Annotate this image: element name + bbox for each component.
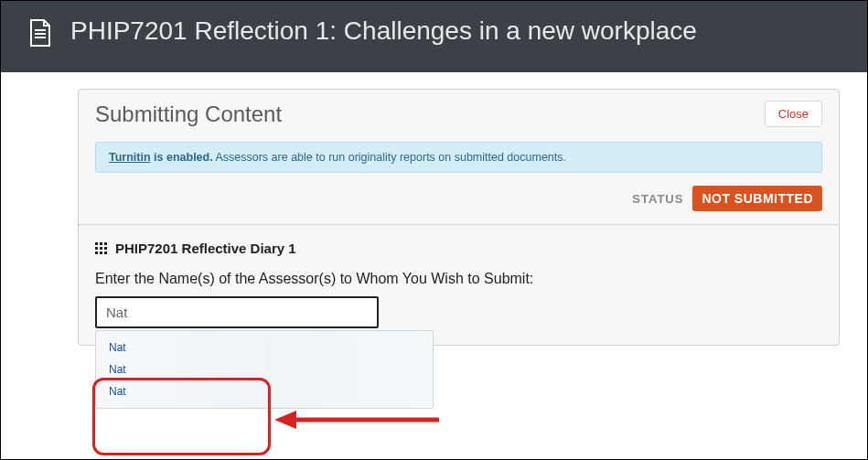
svg-rect-11: [104, 251, 107, 254]
assessor-suggestions: Nat Nat Nat: [95, 330, 434, 409]
close-button[interactable]: Close: [765, 101, 822, 127]
suggestion-item[interactable]: Nat: [96, 358, 433, 380]
turnitin-link[interactable]: Turnitin: [109, 151, 151, 164]
svg-rect-10: [100, 251, 102, 254]
assessor-field-label: Enter the Name(s) of the Assessor(s) to …: [95, 271, 822, 287]
svg-rect-5: [104, 242, 107, 245]
suggestion-item[interactable]: Nat: [96, 337, 433, 358]
svg-marker-13: [274, 411, 296, 429]
page-header: PHIP7201 Reflection 1: Challenges in a n…: [1, 1, 867, 72]
page-title: PHIP7201 Reflection 1: Challenges in a n…: [70, 14, 697, 48]
svg-rect-6: [95, 247, 98, 250]
status-label: STATUS: [632, 192, 683, 206]
panel-title: Submitting Content: [95, 102, 282, 127]
turnitin-info: Turnitin is enabled. Assessors are able …: [95, 142, 822, 173]
form-section: PHIP7201 Reflective Diary 1 Enter the Na…: [79, 226, 839, 345]
submit-panel: Submitting Content Close Turnitin is ena…: [78, 89, 840, 346]
svg-rect-8: [104, 247, 107, 250]
annotation-arrow-icon: [274, 406, 444, 437]
info-enabled: is enabled.: [151, 151, 213, 164]
status-row: STATUS NOT SUBMITTED: [79, 186, 839, 224]
svg-rect-4: [100, 242, 102, 245]
svg-rect-3: [95, 242, 98, 245]
document-icon: [28, 19, 52, 50]
grid-icon: [95, 242, 108, 255]
suggestion-item[interactable]: Nat: [96, 380, 433, 402]
info-rest: Assessors are able to run originality re…: [213, 151, 566, 164]
assessor-input[interactable]: [95, 296, 379, 328]
svg-rect-9: [95, 251, 98, 254]
status-badge: NOT SUBMITTED: [692, 186, 822, 211]
assignment-title: PHIP7201 Reflective Diary 1: [115, 241, 296, 256]
svg-rect-7: [100, 247, 102, 250]
